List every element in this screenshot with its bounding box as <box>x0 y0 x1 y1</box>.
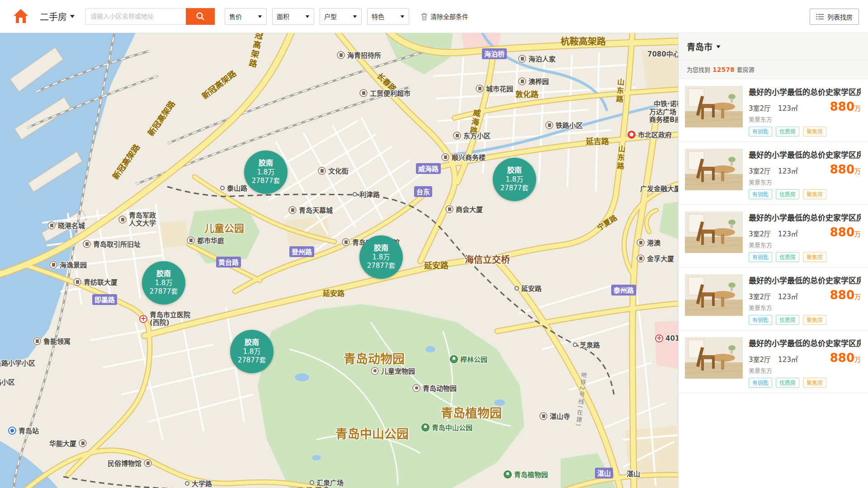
room-photo <box>685 86 743 127</box>
map-poi-label: 澳桦园 <box>518 76 549 86</box>
listing-specs: 3室2厅 123㎡ 880万 <box>749 288 861 302</box>
listing-card[interactable]: 最好的小学最低的总价史家学区房 3室2厅 123㎡ 880万 美景东方 有钥匙优… <box>679 205 868 267</box>
map-poi-label: 都市华庭 <box>187 235 224 245</box>
listing-tag: 优质房 <box>776 127 799 136</box>
trash-icon <box>421 13 428 20</box>
map-poi-label: 汇泉广场 <box>310 478 344 487</box>
listing-specs: 3室2厅 123㎡ 880万 <box>749 100 861 113</box>
search-button[interactable] <box>186 8 215 25</box>
listing-tag: 聚焦房 <box>803 189 826 199</box>
top-bar: 二手房 售价面积户型特色 清除全部条件 列表找房 <box>0 0 868 33</box>
map-poi-label: 鲁能领寓 <box>33 336 71 346</box>
app-logo-house-icon[interactable] <box>13 8 29 24</box>
listing-layout: 3室2厅 <box>749 291 771 301</box>
filter-select-特色[interactable]: 特色 <box>367 8 409 25</box>
listing-info: 最好的小学最低的总价史家学区房 3室2厅 123㎡ 880万 美景东方 有钥匙优… <box>749 337 861 393</box>
building-icon <box>118 216 127 224</box>
map-road-label: 杭鞍高架路 <box>561 34 606 47</box>
map-cluster-marker[interactable]: 胶南1.8万27877套 <box>359 235 403 279</box>
map-poi-label: 湛山寺 <box>539 411 570 421</box>
map-poi-label: 晓港名城 <box>47 221 85 230</box>
map-poi-label: 芝泉路 <box>573 340 600 349</box>
map-poi-label: 文化街 <box>318 166 349 175</box>
filter-select-售价[interactable]: 售价 <box>225 8 267 25</box>
map-road-badge: 黄台路 <box>216 257 241 267</box>
station-icon <box>220 186 225 190</box>
map-cluster-marker[interactable]: 胶南1.8万27877套 <box>493 158 536 201</box>
listing-price: 880万 <box>830 100 861 113</box>
map-road-label: 新冠高架路 <box>109 141 142 182</box>
park-icon <box>504 470 512 479</box>
map-poi-label: 东方小区 <box>453 131 491 140</box>
listing-tag: 聚焦房 <box>803 252 826 262</box>
chevron-down-icon <box>717 46 721 51</box>
chevron-down-icon <box>306 15 310 20</box>
map[interactable]: 胶南1.8万27877套胶南1.8万27877套胶南1.8万27877套胶南1.… <box>0 33 678 488</box>
map-poi-label: 7080中心广场 <box>647 49 678 58</box>
map-road-badge: 即墨路 <box>92 294 117 305</box>
listing-card[interactable]: 最好的小学最低的总价史家学区房 3室2厅 123㎡ 880万 美景东方 有钥匙优… <box>679 79 868 142</box>
listing-tags: 有钥匙优质房聚焦房 <box>749 127 861 136</box>
listing-card[interactable]: 最好的小学最低的总价史家学区房 3室2厅 123㎡ 880万 美景东方 有钥匙优… <box>679 142 868 205</box>
map-road-label: 延安路 <box>323 287 344 298</box>
map-poi-label: 港澳 <box>637 238 660 247</box>
government-icon <box>627 131 636 139</box>
map-poi-label: 利津路 <box>353 189 380 199</box>
map-road-label: 冠高架路 <box>245 33 265 70</box>
building-icon <box>144 459 152 467</box>
building-icon <box>441 153 449 161</box>
listing-area: 123㎡ <box>778 291 798 301</box>
clear-filters-label: 清除全部条件 <box>430 12 468 21</box>
map-road-label: 新冠高架路 <box>199 67 238 101</box>
station-icon <box>573 343 577 347</box>
park-icon <box>421 423 429 432</box>
listing-community: 美景东方 <box>749 366 861 375</box>
map-poi-label: 工贸便利超市 <box>359 88 410 98</box>
search-input[interactable] <box>85 8 186 25</box>
station-icon <box>185 481 189 486</box>
map-labels: 胶南1.8万27877套胶南1.8万27877套胶南1.8万27877套胶南1.… <box>0 33 678 488</box>
city-selector[interactable]: 青岛市 <box>679 33 868 60</box>
map-road-badge: 台东 <box>414 186 432 197</box>
room-photo <box>685 337 743 379</box>
listing-community: 美景东方 <box>749 240 861 249</box>
map-poi-label: 铁路小区 <box>545 120 583 130</box>
filter-label: 户型 <box>324 12 337 21</box>
listing-card[interactable]: 最好的小学最低的总价史家学区房 3室2厅 123㎡ 880万 美景东方 有钥匙优… <box>679 330 868 393</box>
building-icon <box>518 55 526 63</box>
map-cluster-marker[interactable]: 胶南1.8万27877套 <box>244 150 288 194</box>
building-icon <box>476 84 484 93</box>
map-area-label: 青岛动物园 <box>344 349 405 367</box>
result-count-bar: 为您找到 12578 套房源 <box>679 60 868 79</box>
listing-thumbnail <box>685 86 743 127</box>
listing-info: 最好的小学最低的总价史家学区房 3室2厅 123㎡ 880万 美景东方 有钥匙优… <box>749 211 861 267</box>
map-poi-label: 中铁·诺德 <box>654 99 678 108</box>
clear-filters-button[interactable]: 清除全部条件 <box>421 12 468 21</box>
zoo-icon <box>371 367 379 375</box>
result-prefix: 为您找到 <box>687 65 710 74</box>
room-photo <box>685 149 743 190</box>
listing-tag: 有钥匙 <box>749 378 772 388</box>
map-poi-label: 市北区政府 <box>627 130 672 139</box>
list-mode-button[interactable]: 列表找房 <box>810 9 859 25</box>
list-icon <box>816 14 824 20</box>
filter-select-面积[interactable]: 面积 <box>272 8 314 25</box>
listing-layout: 3室2厅 <box>749 103 771 113</box>
filter-select-户型[interactable]: 户型 <box>320 8 362 25</box>
listing-title: 最好的小学最低的总价史家学区房 <box>749 211 861 223</box>
listing-thumbnail <box>685 274 743 316</box>
map-road-badge: 登州路 <box>289 246 314 257</box>
map-poi-label: 青岛取引所旧址 <box>83 239 141 249</box>
map-road-label: 山东路 <box>613 78 626 104</box>
result-suffix: 套房源 <box>737 65 755 74</box>
building-icon <box>288 206 297 214</box>
map-cluster-marker[interactable]: 胶南1.8万27877套 <box>230 330 274 373</box>
listing-specs: 3室2厅 123㎡ 880万 <box>749 163 861 176</box>
building-icon <box>318 167 326 175</box>
listing-card[interactable]: 最好的小学最低的总价史家学区房 3室2厅 123㎡ 880万 美景东方 有钥匙优… <box>679 267 868 330</box>
listing-tag: 聚焦房 <box>803 127 826 136</box>
nav-ershoufang-dropdown[interactable]: 二手房 <box>40 10 75 23</box>
building-icon <box>337 51 345 59</box>
map-cluster-marker[interactable]: 胶南1.8万27877套 <box>142 261 185 305</box>
map-poi-label: 延安路 <box>514 283 542 293</box>
